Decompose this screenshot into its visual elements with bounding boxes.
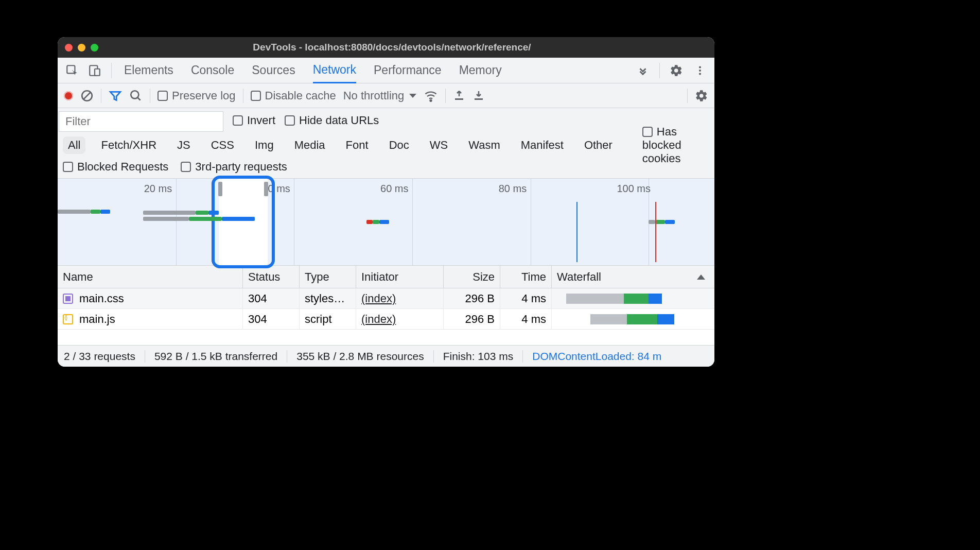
col-initiator[interactable]: Initiator xyxy=(356,266,444,288)
overview-tick-label: 20 ms xyxy=(144,183,172,195)
filter-row: Invert Hide data URLs xyxy=(58,108,714,133)
cell-time: 4 ms xyxy=(500,309,552,329)
initiator-link[interactable]: (index) xyxy=(361,313,396,326)
type-filter-row: AllFetch/XHRJSCSSImgMediaFontDocWSWasmMa… xyxy=(58,133,714,158)
tab-sources[interactable]: Sources xyxy=(252,58,295,82)
overview-selection[interactable] xyxy=(219,179,268,265)
titlebar: DevTools - localhost:8080/docs/devtools/… xyxy=(58,37,714,58)
col-time[interactable]: Time xyxy=(500,266,552,288)
table-row[interactable]: main.css304styles…(index)296 B4 ms xyxy=(58,288,714,309)
network-toolbar: Preserve log Disable cache No throttling xyxy=(58,83,714,108)
network-conditions-icon[interactable] xyxy=(424,89,438,103)
svg-rect-11 xyxy=(455,98,463,100)
overview-tick-label: 100 ms xyxy=(617,183,651,195)
svg-point-4 xyxy=(699,69,701,71)
maximize-icon[interactable] xyxy=(91,44,98,51)
preserve-log-checkbox[interactable]: Preserve log xyxy=(157,89,236,102)
col-size[interactable]: Size xyxy=(444,266,500,288)
record-button[interactable] xyxy=(64,91,73,100)
overview-tick-label: 80 ms xyxy=(499,183,527,195)
status-finish: Finish: 103 ms xyxy=(443,350,514,363)
request-name: main.css xyxy=(79,292,124,305)
settings-icon[interactable] xyxy=(667,61,686,80)
import-har-icon[interactable] xyxy=(472,90,485,102)
status-dcl: DOMContentLoaded: 84 m xyxy=(532,350,661,363)
col-name[interactable]: Name xyxy=(58,266,243,288)
load-marker xyxy=(655,202,656,262)
invert-checkbox[interactable]: Invert xyxy=(233,114,275,127)
disable-cache-checkbox[interactable]: Disable cache xyxy=(251,89,336,102)
kebab-menu-icon[interactable] xyxy=(691,61,709,80)
tab-console[interactable]: Console xyxy=(191,58,234,82)
filter-icon[interactable] xyxy=(109,89,122,102)
third-party-checkbox[interactable]: 3rd-party requests xyxy=(181,160,287,174)
overview-selection-handle-right[interactable] xyxy=(264,182,268,196)
inspect-element-icon[interactable] xyxy=(63,61,81,80)
svg-line-9 xyxy=(137,97,140,100)
device-toolbar-icon[interactable] xyxy=(85,61,104,80)
tab-network[interactable]: Network xyxy=(313,58,356,83)
initiator-link[interactable]: (index) xyxy=(361,292,396,305)
status-requests: 2 / 33 requests xyxy=(64,350,135,363)
cell-type: script xyxy=(300,309,356,329)
cell-status: 304 xyxy=(243,309,300,329)
hide-data-urls-checkbox[interactable]: Hide data URLs xyxy=(285,114,379,127)
dcl-marker xyxy=(576,202,577,262)
table-row[interactable]: main.js304script(index)296 B4 ms xyxy=(58,309,714,330)
export-har-icon[interactable] xyxy=(453,90,465,102)
waterfall-cell xyxy=(552,309,714,329)
type-filter-img[interactable]: Img xyxy=(250,136,279,154)
requests-table-body: main.css304styles…(index)296 B4 msmain.j… xyxy=(58,288,714,330)
overview-selection-handle-left[interactable] xyxy=(218,182,222,196)
svg-line-7 xyxy=(83,92,91,99)
blocked-requests-checkbox[interactable]: Blocked Requests xyxy=(63,160,168,174)
type-filter-wasm[interactable]: Wasm xyxy=(463,136,505,154)
type-filter-all[interactable]: All xyxy=(63,136,85,154)
window-controls xyxy=(65,44,98,51)
window-title: DevTools - localhost:8080/docs/devtools/… xyxy=(108,42,676,53)
svg-rect-2 xyxy=(95,68,100,75)
type-filter-js[interactable]: JS xyxy=(172,136,196,154)
type-filter-media[interactable]: Media xyxy=(289,136,330,154)
col-waterfall[interactable]: Waterfall xyxy=(552,266,714,288)
col-status[interactable]: Status xyxy=(243,266,300,288)
svg-point-5 xyxy=(699,73,701,75)
type-filter-css[interactable]: CSS xyxy=(206,136,239,154)
cell-type: styles… xyxy=(300,288,356,308)
clear-icon[interactable] xyxy=(80,89,94,102)
waterfall-cell xyxy=(552,288,714,308)
col-type[interactable]: Type xyxy=(300,266,356,288)
type-filter-other[interactable]: Other xyxy=(579,136,618,154)
type-filter-fetchxhr[interactable]: Fetch/XHR xyxy=(96,136,162,154)
js-file-icon xyxy=(63,314,73,324)
minimize-icon[interactable] xyxy=(78,44,85,51)
type-filter-doc[interactable]: Doc xyxy=(384,136,414,154)
tab-elements[interactable]: Elements xyxy=(124,58,173,82)
filter-input[interactable] xyxy=(59,111,223,132)
request-name: main.js xyxy=(79,313,115,326)
tab-memory[interactable]: Memory xyxy=(459,58,502,82)
status-transferred: 592 B / 1.5 kB transferred xyxy=(154,350,277,363)
tab-performance[interactable]: Performance xyxy=(374,58,442,82)
svg-point-3 xyxy=(699,66,701,68)
svg-rect-12 xyxy=(475,98,483,100)
close-icon[interactable] xyxy=(65,44,73,51)
cell-initiator: (index) xyxy=(356,309,444,329)
status-resources: 355 kB / 2.8 MB resources xyxy=(296,350,424,363)
svg-point-10 xyxy=(430,99,432,101)
type-filter-ws[interactable]: WS xyxy=(425,136,453,154)
throttling-select[interactable]: No throttling xyxy=(343,89,417,102)
more-tabs-icon[interactable] xyxy=(634,61,652,80)
overview-timeline[interactable]: 20 ms40 ms60 ms80 ms100 ms xyxy=(58,178,714,266)
network-settings-icon[interactable] xyxy=(695,89,708,102)
search-icon[interactable] xyxy=(129,89,143,102)
type-filter-font[interactable]: Font xyxy=(341,136,374,154)
svg-point-8 xyxy=(131,91,138,98)
status-bar: 2 / 33 requests 592 B / 1.5 kB transferr… xyxy=(58,345,714,367)
type-filter-manifest[interactable]: Manifest xyxy=(516,136,569,154)
sort-asc-icon xyxy=(697,274,705,280)
cell-size: 296 B xyxy=(444,288,500,308)
devtools-window: DevTools - localhost:8080/docs/devtools/… xyxy=(58,37,714,367)
panel-tabstrip: ElementsConsoleSourcesNetworkPerformance… xyxy=(58,58,714,83)
overview-tick-label: 60 ms xyxy=(380,183,408,195)
